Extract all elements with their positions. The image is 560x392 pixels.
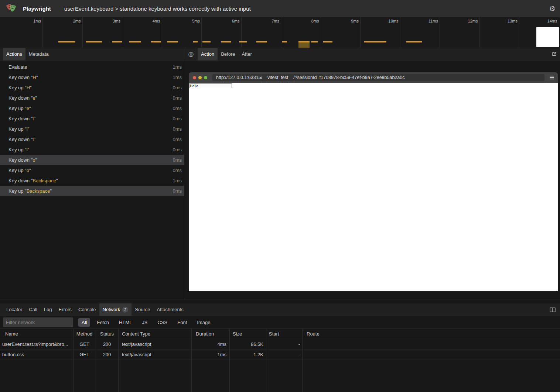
- action-duration: 1ms: [173, 75, 182, 80]
- snapshot-panel: ◎ ActionBeforeAfter http://127.0.0.1:633…: [184, 48, 560, 300]
- timeline-tick-label: 1ms: [17, 19, 41, 23]
- column-header: Duration: [196, 329, 228, 339]
- timeline-tick-label: 13ms: [493, 19, 518, 23]
- timeline-grid-line: [360, 17, 361, 48]
- timeline-tick-label: 6ms: [215, 19, 240, 23]
- action-duration: 0ms: [173, 168, 182, 173]
- filter-chip-image[interactable]: Image: [194, 318, 214, 327]
- timeline-tick-label: 7ms: [255, 19, 279, 23]
- tab-console[interactable]: Console: [75, 303, 99, 316]
- action-title: Key down "Backspace": [8, 178, 58, 183]
- details-panel: LocatorCallLogErrorsConsoleNetwork2Sourc…: [0, 300, 560, 392]
- timeline-grid-line: [241, 17, 242, 48]
- open-external-icon[interactable]: [550, 50, 559, 59]
- action-row[interactable]: Key down "Backspace"1ms: [0, 175, 184, 186]
- timeline-action-bar: [364, 41, 386, 42]
- action-row[interactable]: Evaluate1ms: [0, 62, 184, 72]
- timeline-action-bar: [311, 41, 318, 42]
- action-row[interactable]: Key down "o"0ms: [0, 155, 184, 165]
- playwright-logo-icon: [5, 2, 18, 15]
- tab-actions[interactable]: Actions: [3, 48, 25, 61]
- action-row[interactable]: Key up "Backspace"0ms: [0, 186, 184, 196]
- action-row[interactable]: Key up "l"0ms: [0, 124, 184, 134]
- timeline-action-bar: [239, 41, 247, 42]
- filter-chip-js[interactable]: JS: [139, 318, 151, 327]
- tab-locator[interactable]: Locator: [3, 303, 25, 316]
- tab-source[interactable]: Source: [132, 303, 153, 316]
- filter-chip-html[interactable]: HTML: [116, 318, 135, 327]
- timeline-tick-label: 8ms: [295, 19, 319, 23]
- tab-log[interactable]: Log: [41, 303, 55, 316]
- action-row[interactable]: Key down "H"1ms: [0, 72, 184, 82]
- action-row[interactable]: Key down "e"0ms: [0, 93, 184, 103]
- tab-action[interactable]: Action: [198, 48, 218, 61]
- filter-chip-font[interactable]: Font: [174, 318, 190, 327]
- action-row[interactable]: Key up "o"0ms: [0, 165, 184, 175]
- timeline-grid-line: [122, 17, 122, 48]
- cell-size: 1.2K: [229, 350, 263, 360]
- timeline-action-bar: [129, 41, 141, 42]
- timeline-action-bar: [323, 41, 332, 42]
- column-header: Route: [307, 329, 351, 339]
- tab-errors[interactable]: Errors: [55, 303, 75, 316]
- timeline-tick-label: 3ms: [96, 19, 120, 23]
- timeline-action-bar: [202, 41, 211, 42]
- tab-after[interactable]: After: [238, 48, 255, 61]
- cell-size: 86.5K: [229, 339, 263, 350]
- action-row[interactable]: Key up "l"0ms: [0, 144, 184, 155]
- action-duration: 1ms: [173, 64, 182, 70]
- network-request-row[interactable]: userEvent.test.ts?import&bro...GET200tex…: [0, 339, 560, 350]
- cell-start: -: [266, 339, 300, 350]
- network-request-row[interactable]: button.cssGET200text/javascript1ms1.2K-: [0, 350, 560, 360]
- timeline-action-bar: [193, 41, 198, 42]
- cell-status: 200: [96, 339, 118, 350]
- action-duration: 0ms: [173, 147, 182, 152]
- timeline-tick-label: 10ms: [374, 19, 399, 23]
- film-strip-thumbnail[interactable]: [536, 27, 559, 47]
- column-header: Size: [233, 329, 264, 339]
- hamburger-menu-icon: [549, 75, 554, 81]
- network-filter-input[interactable]: [3, 317, 73, 327]
- timeline-action-bar: [256, 41, 267, 42]
- filter-chip-css[interactable]: CSS: [154, 318, 171, 327]
- filter-chip-fetch[interactable]: Fetch: [93, 318, 112, 327]
- app-title: Playwright: [23, 6, 51, 12]
- column-header: Name: [5, 329, 72, 339]
- tab-call[interactable]: Call: [25, 303, 40, 316]
- tab-attachments[interactable]: Attachments: [153, 303, 187, 316]
- timeline-action-bar: [86, 41, 102, 42]
- pick-locator-target-icon[interactable]: ◎: [187, 50, 195, 59]
- timeline-grid-line: [162, 17, 162, 48]
- action-row[interactable]: Key up "H"0ms: [0, 82, 184, 93]
- minimize-dot-icon: [198, 76, 202, 79]
- action-row[interactable]: Key up "e"0ms: [0, 103, 184, 113]
- action-title: Key down "e": [8, 95, 37, 101]
- timeline-tick-label: 5ms: [175, 19, 200, 23]
- timeline-action-bar: [282, 41, 287, 42]
- timeline-strip[interactable]: 1ms2ms3ms4ms5ms6ms7ms8ms9ms10ms11ms12ms1…: [0, 17, 560, 48]
- page-snapshot: [189, 83, 558, 291]
- settings-gear-icon[interactable]: ⚙: [548, 4, 557, 13]
- timeline-action-bar: [167, 41, 178, 42]
- action-row[interactable]: Key down "l"0ms: [0, 134, 184, 144]
- actions-panel: ActionsMetadata Evaluate1msKey down "H"1…: [0, 48, 184, 300]
- tab-network[interactable]: Network2: [99, 303, 132, 316]
- timeline-action-bar: [406, 41, 422, 42]
- tab-metadata[interactable]: Metadata: [25, 48, 52, 61]
- timeline-grid-line: [440, 17, 440, 48]
- filter-chip-all[interactable]: All: [78, 318, 90, 327]
- timeline-action-bar: [112, 41, 122, 42]
- action-title: Key up "H": [8, 85, 32, 90]
- close-dot-icon: [193, 76, 196, 79]
- actions-tabstrip: ActionsMetadata: [0, 48, 184, 61]
- network-count-badge: 2: [122, 307, 128, 313]
- action-row[interactable]: Key down "l"0ms: [0, 113, 184, 124]
- browser-chrome-bar: http://127.0.0.1:63315/__vitest_test__/?…: [189, 72, 558, 83]
- timeline-tick-label: 14ms: [533, 19, 557, 23]
- split-view-toggle-icon[interactable]: [548, 305, 557, 314]
- action-title: Key down "o": [8, 157, 37, 163]
- cell-name: button.css: [2, 350, 72, 360]
- timeline-tick-label: 9ms: [334, 19, 359, 23]
- tab-before[interactable]: Before: [218, 48, 238, 61]
- address-bar: http://127.0.0.1:63315/__vitest_test__/?…: [212, 74, 544, 81]
